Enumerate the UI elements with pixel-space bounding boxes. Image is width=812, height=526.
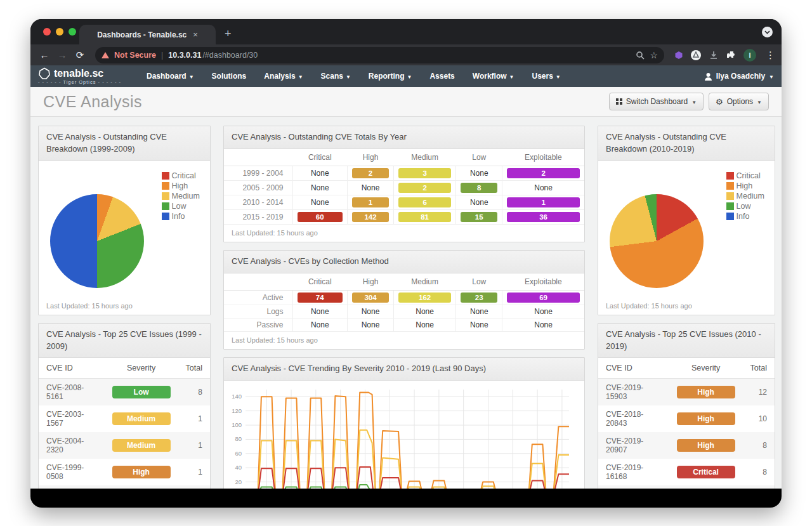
count-badge-low[interactable]: 23: [461, 293, 497, 303]
chevron-down-icon: ▼: [509, 74, 514, 80]
count-badge-critical[interactable]: 74: [298, 293, 343, 303]
table-row[interactable]: CVE-2019-20907High8: [598, 432, 775, 459]
count-badge-low[interactable]: 15: [461, 212, 497, 222]
nav-item-label: Analysis: [264, 72, 295, 81]
severity-cell: High: [105, 459, 178, 485]
count-badge-medium[interactable]: 81: [398, 212, 451, 222]
options-button[interactable]: ⚙ Options ▼: [709, 93, 769, 110]
switch-dashboard-button[interactable]: Switch Dashboard ▼: [609, 93, 704, 110]
legend-swatch: [726, 192, 734, 200]
extension-purple-icon[interactable]: [674, 51, 683, 60]
address-bar[interactable]: Not Secure | 10.3.0.31 /#dashboard/30 ☆: [95, 47, 664, 63]
browser-tab[interactable]: Dashboards - Tenable.sc ×: [79, 25, 216, 44]
reload-icon[interactable]: ⟳: [72, 49, 88, 61]
panel-title[interactable]: CVE Analysis - Top 25 CVE Issues (2010 -…: [598, 324, 775, 358]
nav-item-dashboard[interactable]: Dashboard▼: [138, 65, 203, 87]
table-row[interactable]: CVE-2018-20843High10: [598, 405, 775, 432]
panel-totals-by-year: CVE Analysis - Outstanding CVE Totals By…: [223, 126, 585, 242]
panel-title[interactable]: CVE Analysis - CVE Trending By Severity …: [224, 358, 584, 381]
panel-title[interactable]: CVE Analysis - Outstanding CVE Breakdown…: [39, 126, 210, 161]
severity-cell: 1: [502, 195, 584, 209]
dashboard-viewport[interactable]: CVE Analysis - Outstanding CVE Breakdown…: [30, 117, 782, 489]
table-row[interactable]: PassiveNoneNoneNoneNoneNone: [224, 318, 584, 331]
severity-cell: Critical: [669, 459, 743, 485]
tab-overview-icon[interactable]: [762, 27, 773, 37]
total-cell: 7: [743, 485, 775, 489]
severity-cell: None: [292, 166, 348, 180]
table-row[interactable]: CVE-1999-0508High1: [39, 459, 210, 485]
table-row[interactable]: CVE-2003-1567Medium1: [39, 405, 210, 432]
count-badge-medium[interactable]: 6: [398, 197, 451, 207]
nav-item-scans[interactable]: Scans▼: [312, 65, 360, 87]
count-badge-low[interactable]: 8: [461, 183, 497, 193]
panel-title[interactable]: CVE Analysis - Outstanding CVE Breakdown…: [598, 126, 775, 161]
legend-label: Critical: [172, 171, 196, 180]
bookmark-star-icon[interactable]: ☆: [650, 50, 658, 60]
table-row[interactable]: 2010 - 2014None16None1: [224, 195, 584, 209]
count-badge-high[interactable]: 1: [352, 197, 389, 207]
nav-item-users[interactable]: Users▼: [523, 65, 570, 87]
nav-item-solutions[interactable]: Solutions: [203, 65, 256, 87]
new-tab-button[interactable]: +: [225, 27, 232, 41]
close-window-button[interactable]: [43, 28, 51, 36]
nav-item-analysis[interactable]: Analysis▼: [255, 65, 311, 87]
table-row[interactable]: 2005 - 2009NoneNone28None: [224, 180, 584, 195]
count-badge-high[interactable]: 142: [352, 212, 389, 222]
nav-item-assets[interactable]: Assets: [421, 65, 463, 87]
count-badge-medium[interactable]: 2: [398, 183, 451, 193]
nav-item-reporting[interactable]: Reporting▼: [360, 65, 421, 87]
count-badge-exploitable[interactable]: 36: [507, 212, 580, 222]
traffic-lights: [43, 28, 76, 36]
count-badge-medium[interactable]: 162: [398, 293, 451, 303]
legend-item: Critical: [162, 171, 200, 180]
not-secure-label[interactable]: Not Secure: [114, 51, 156, 60]
cve-id: CVE-2002-1060: [39, 485, 105, 489]
row-label: Active: [224, 290, 292, 305]
user-menu[interactable]: Ilya Osadchiy ▼: [704, 72, 774, 81]
extension-shield-icon[interactable]: [690, 49, 702, 61]
extension-icons: I ⋮: [674, 49, 775, 62]
browser-menu-icon[interactable]: ⋮: [766, 49, 775, 61]
brand[interactable]: tenable.sc - - - - - - Tiger Optics - - …: [38, 67, 121, 85]
count-badge-exploitable[interactable]: 2: [507, 168, 580, 178]
y-tick-label: 20: [235, 478, 242, 485]
table-row[interactable]: 1999 - 2004None23None2: [224, 166, 584, 180]
column-header: High: [348, 273, 394, 291]
count-badge-critical[interactable]: 60: [298, 212, 343, 222]
table-row[interactable]: CVE-2004-2320Medium1: [39, 432, 210, 459]
nav-item-workflow[interactable]: Workflow▼: [464, 65, 523, 87]
url-separator: |: [161, 51, 163, 60]
table-row[interactable]: LogsNoneNoneNoneNoneNone: [224, 305, 584, 318]
table-row[interactable]: CVE-2002-1060Medium1: [39, 485, 210, 489]
table-header-row: CVE IDSeverityTotal: [598, 358, 775, 379]
table-row[interactable]: CVE-2019-15903High12: [598, 379, 775, 406]
corner-cell: [224, 273, 292, 291]
search-icon[interactable]: [636, 51, 645, 60]
close-tab-icon[interactable]: ×: [193, 30, 198, 39]
profile-avatar[interactable]: I: [743, 49, 756, 62]
count-badge-high[interactable]: 304: [352, 293, 389, 303]
table-row[interactable]: 2015 - 201960142811536: [224, 209, 584, 224]
zoom-window-button[interactable]: [69, 28, 76, 36]
panel-title[interactable]: CVE Analysis - Top 25 CVE Issues (1999 -…: [39, 324, 210, 358]
table-row[interactable]: CVE-2019-16168Critical8: [598, 459, 775, 485]
table-row[interactable]: Active743041622369: [224, 290, 584, 305]
panel-title[interactable]: CVE Analysis - Outstanding CVE Totals By…: [224, 126, 584, 149]
extensions-puzzle-icon[interactable]: [726, 49, 737, 60]
minimize-window-button[interactable]: [56, 28, 63, 36]
download-icon[interactable]: [709, 50, 719, 60]
back-icon[interactable]: ←: [37, 49, 52, 60]
nav-item-label: Solutions: [212, 72, 247, 81]
count-badge-medium[interactable]: 3: [398, 168, 451, 178]
legend-label: High: [737, 181, 753, 190]
options-label: Options: [727, 97, 753, 106]
panel-title[interactable]: CVE Analysis - CVEs by Collection Method: [224, 251, 584, 273]
table-header-row: CriticalHighMediumLowExploitable: [224, 273, 584, 291]
count-badge-exploitable[interactable]: 1: [507, 197, 580, 207]
count-badge-high[interactable]: 2: [352, 168, 389, 178]
count-badge-exploitable[interactable]: 69: [507, 293, 580, 303]
table-row[interactable]: CVE-2019-11719Critical7: [598, 485, 775, 489]
table-row[interactable]: CVE-2008-5161Low8: [39, 379, 210, 406]
trend-series-critical: [246, 467, 569, 489]
cve-id: CVE-2019-20907: [598, 432, 669, 459]
